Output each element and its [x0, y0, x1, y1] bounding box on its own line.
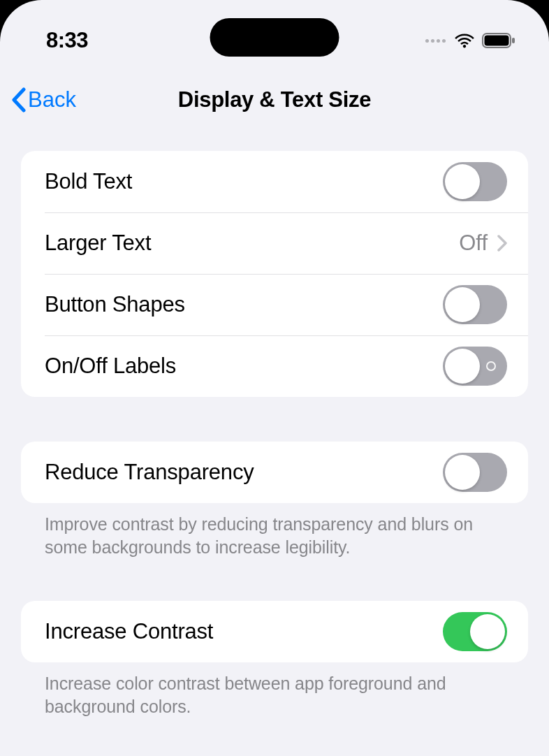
bold-text-toggle[interactable]	[443, 162, 507, 201]
on-off-labels-toggle[interactable]	[443, 347, 507, 386]
row-reduce-transparency: Reduce Transparency	[21, 442, 528, 503]
device-frame: 8:33 Back Display & Text Size Bold Text	[0, 0, 549, 756]
status-time: 8:33	[46, 28, 88, 53]
navigation-bar: Back Display & Text Size	[0, 75, 549, 124]
content: Bold Text Larger Text Off Button Shapes	[0, 124, 549, 718]
battery-icon	[482, 32, 515, 49]
larger-text-label: Larger Text	[45, 231, 151, 256]
status-dots-icon	[425, 39, 446, 43]
larger-text-value: Off	[459, 231, 488, 256]
settings-group-text: Bold Text Larger Text Off Button Shapes	[21, 151, 528, 397]
settings-group-contrast: Increase Contrast	[21, 601, 528, 662]
row-larger-text[interactable]: Larger Text Off	[21, 212, 528, 274]
button-shapes-label: Button Shapes	[45, 292, 185, 317]
increase-contrast-footer: Increase color contrast between app fore…	[21, 662, 528, 718]
chevron-left-icon	[11, 87, 27, 112]
settings-group-transparency: Reduce Transparency	[21, 442, 528, 503]
reduce-transparency-label: Reduce Transparency	[45, 460, 254, 485]
svg-rect-2	[512, 38, 515, 43]
bold-text-label: Bold Text	[45, 169, 132, 194]
wifi-icon	[454, 33, 475, 48]
reduce-transparency-footer: Improve contrast by reducing transparenc…	[21, 503, 528, 559]
back-label: Back	[28, 87, 76, 112]
status-indicators	[425, 32, 515, 49]
chevron-right-icon	[497, 235, 507, 252]
page-title: Display & Text Size	[0, 87, 549, 112]
increase-contrast-toggle[interactable]	[443, 612, 507, 651]
row-on-off-labels: On/Off Labels	[21, 335, 528, 397]
button-shapes-toggle[interactable]	[443, 285, 507, 324]
increase-contrast-label: Increase Contrast	[45, 619, 213, 644]
row-increase-contrast: Increase Contrast	[21, 601, 528, 662]
dynamic-island	[210, 18, 339, 57]
row-bold-text: Bold Text	[21, 151, 528, 212]
svg-rect-1	[485, 36, 509, 46]
on-off-labels-label: On/Off Labels	[45, 354, 176, 379]
reduce-transparency-toggle[interactable]	[443, 453, 507, 492]
row-button-shapes: Button Shapes	[21, 274, 528, 335]
back-button[interactable]: Back	[11, 87, 76, 112]
